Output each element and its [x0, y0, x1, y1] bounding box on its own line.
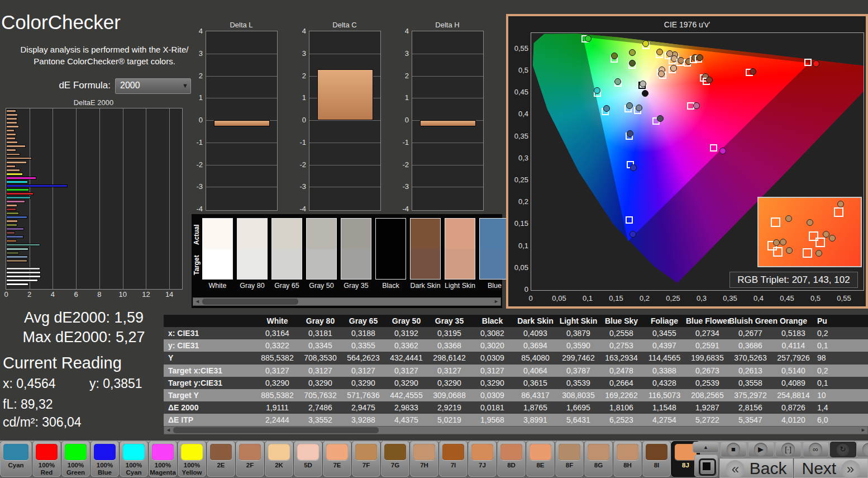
patch-button-cyan[interactable]: Cyan: [0, 441, 32, 477]
swatch-column: Gray 80: [237, 218, 268, 290]
patch-button-100-yellow[interactable]: 100%Yellow: [178, 441, 206, 477]
target-swatch: [480, 249, 509, 279]
de-bar: [6, 184, 68, 187]
table-cell: 0,3355: [342, 341, 385, 350]
scroll-left-icon[interactable]: ◄: [194, 298, 201, 305]
actual-swatch: [203, 219, 232, 249]
row-label: Y: [164, 353, 256, 362]
patch-button-100-red[interactable]: 100% Red: [32, 441, 61, 477]
infinity-button[interactable]: ∞: [803, 442, 829, 457]
table-cell: 199,6835: [686, 353, 729, 362]
scroll-right-icon[interactable]: ►: [493, 298, 500, 305]
delta-c-title: Delta C: [309, 21, 380, 29]
de-bar: [6, 244, 40, 247]
patch-button-7h[interactable]: 7H: [410, 441, 438, 477]
swatch-column: Gray 65: [271, 218, 302, 290]
table-cell: 0,3345: [299, 341, 342, 350]
patch-button-8f[interactable]: 8F: [555, 441, 584, 477]
swatch-pair: [445, 218, 475, 280]
delta-h-title: Delta H: [412, 21, 483, 29]
x-tick-label: 0,4: [748, 294, 769, 302]
table-cell: 2,9475: [342, 403, 385, 412]
table-header-row: WhiteGray 80Gray 65Gray 50Gray 35BlackDa…: [164, 315, 868, 327]
measured-point-marker: [719, 148, 726, 154]
gridline: [169, 108, 170, 289]
patch-button-8g[interactable]: 8G: [584, 441, 613, 477]
swatch-scrollbar-thumb[interactable]: [202, 299, 298, 305]
patch-button-2f[interactable]: 2F: [236, 441, 264, 477]
delta-bar: [214, 120, 270, 126]
scroll-right-icon[interactable]: ►: [860, 427, 867, 434]
patch-swatch: [123, 444, 145, 460]
pattern-window-button[interactable]: [694, 455, 718, 477]
y-tick-label: 0,25: [509, 176, 528, 184]
table-cell: 0,3558: [729, 378, 772, 387]
table-scrollbar-thumb[interactable]: [173, 427, 379, 433]
patch-button-5d[interactable]: 5D: [294, 441, 322, 477]
table-cell: 0,3127: [428, 366, 471, 375]
y-tick-label: -1: [296, 138, 306, 146]
de-bar: [6, 252, 19, 254]
table-cell: 86,4317: [514, 391, 557, 400]
scroll-left-icon[interactable]: ◄: [165, 427, 172, 434]
play-button[interactable]: ▶: [748, 442, 774, 457]
y-tick-label: -2: [399, 160, 409, 169]
y-tick-label: 1: [193, 93, 203, 102]
patch-button-2k[interactable]: 2K: [265, 441, 293, 477]
loop-button[interactable]: ↻: [830, 442, 856, 457]
table-cell: 0,3590: [557, 341, 600, 350]
patch-button-7i[interactable]: 7I: [439, 441, 468, 477]
y-tick-label: 0,4: [509, 110, 528, 118]
y-tick-label: 0,2: [509, 197, 528, 206]
target-swatch: [203, 249, 232, 279]
patch-button-8e[interactable]: 8E: [526, 441, 555, 477]
table-cell: 0,4114: [772, 341, 815, 350]
table-cell: 1,4: [815, 403, 868, 412]
patch-button-100-cyan[interactable]: 100%Cyan: [120, 441, 148, 477]
patch-button-7g[interactable]: 7G: [381, 441, 409, 477]
extra-button[interactable]: [856, 442, 868, 457]
patch-list-up-button[interactable]: ▲: [693, 442, 719, 453]
patch-button-7f[interactable]: 7F: [352, 441, 380, 477]
table-cell: 885,5382: [256, 391, 299, 400]
table-row: x: CIE310,31640,31810,31880,31920,31950,…: [164, 327, 868, 339]
measured-point-marker: [656, 49, 663, 55]
swatch-label: Black: [375, 282, 406, 290]
y-tick-label: 0: [193, 116, 203, 124]
patch-button-2e[interactable]: 2E: [207, 441, 235, 477]
patch-label: 100%Magenta: [149, 462, 177, 476]
back-button[interactable]: « Back: [719, 458, 793, 478]
target-swatch: [341, 249, 371, 279]
de-bar: [6, 137, 16, 140]
column-header: Blue Sky: [600, 316, 643, 325]
gridline: [206, 165, 277, 165]
step-button[interactable]: [·]: [775, 442, 802, 457]
de-bar: [6, 224, 17, 226]
patch-button-7j[interactable]: 7J: [468, 441, 497, 477]
delta-bar: [420, 120, 476, 126]
table-scrollbar[interactable]: ◄ ►: [164, 426, 868, 434]
de-formula-dropdown[interactable]: 2000 ▼: [115, 78, 191, 94]
patch-button-100-magenta[interactable]: 100%Magenta: [149, 441, 177, 477]
row-label: Target x:CIE31: [164, 366, 256, 375]
y-tick-label: -2: [193, 160, 203, 169]
patch-button-7e[interactable]: 7E: [323, 441, 351, 477]
next-button[interactable]: Next »: [794, 458, 868, 478]
de-bar: [6, 279, 38, 282]
table-cell: 3,8991: [514, 415, 557, 424]
patch-button-8i[interactable]: 8I: [642, 441, 671, 477]
swatch-column: Blue: [479, 218, 510, 290]
swatch-scrollbar[interactable]: ◄ ►: [193, 297, 501, 306]
table-row: y: CIE310,33220,33450,33550,33620,33680,…: [164, 339, 868, 352]
inset-target-square: [803, 248, 812, 258]
x-tick-label: 0,55: [834, 294, 854, 302]
stop-button[interactable]: ■: [721, 442, 747, 457]
patch-button-100-green[interactable]: 100%Green: [61, 441, 90, 477]
patch-button-8d[interactable]: 8D: [497, 441, 526, 477]
patch-label: 7J: [468, 462, 497, 469]
patch-button-8h[interactable]: 8H: [613, 441, 642, 477]
x-tick-label: 12: [140, 290, 152, 299]
table-cell: 708,3530: [299, 353, 342, 362]
column-header: Bluish Green: [729, 316, 772, 325]
patch-button-100-blue[interactable]: 100%Blue: [90, 441, 119, 477]
